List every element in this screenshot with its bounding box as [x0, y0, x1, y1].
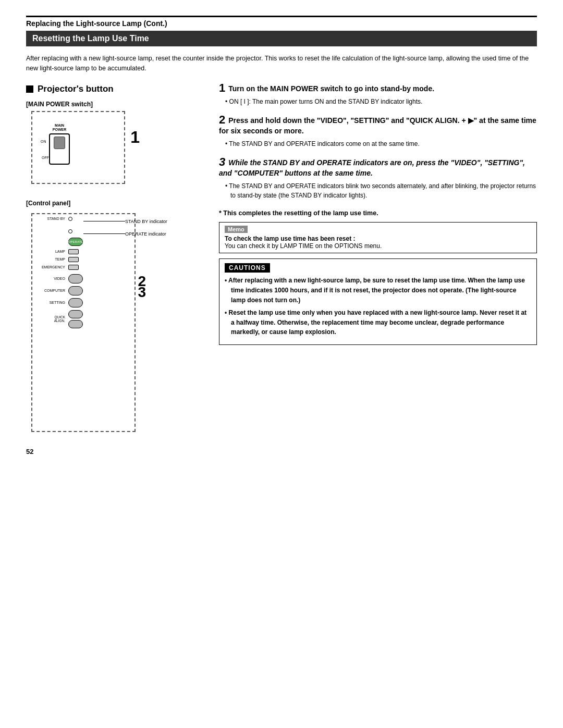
- cp-operate-dot: [68, 229, 72, 233]
- quick-align-button-2[interactable]: [68, 320, 83, 328]
- header-line: Replacing the Light-source Lamp (Cont.): [26, 16, 537, 28]
- lamp-indicator: [68, 249, 79, 254]
- page-number: 52: [26, 448, 537, 455]
- cautions-content: After replacing with a new light-source …: [225, 276, 531, 337]
- operate-indicator-label: OPERATE indicator: [125, 231, 166, 237]
- cp-temp-label: TEMP: [36, 257, 65, 261]
- setting-button[interactable]: [68, 298, 83, 307]
- right-column: 1 Turn on the MAIN POWER switch to go in…: [219, 84, 537, 351]
- step-2-number: 2: [219, 116, 225, 126]
- quick-align-button-1[interactable]: [68, 310, 83, 318]
- cautions-box: CAUTIONS After replacing with a new ligh…: [219, 258, 537, 345]
- memo-detail: You can check it by LAMP TIME on the OPT…: [225, 242, 382, 250]
- cp-standby-dot: [68, 217, 72, 221]
- step-number-diagram-3: 3: [138, 285, 146, 300]
- projector-heading: Projector's button: [26, 84, 203, 94]
- step-3-detail: The STAND BY and OPERATE indicators blin…: [225, 181, 537, 200]
- step-2-detail: The STAND BY and OPERATE indicators come…: [225, 139, 537, 149]
- power-switch-diagram: MAINPOWER ON OFF 1: [31, 111, 125, 184]
- power-label-small: MAINPOWER: [53, 124, 66, 131]
- switch-on-label: ON: [41, 140, 46, 143]
- completion-note: * This completes the resetting of the la…: [219, 209, 537, 217]
- stand-by-indicator-label: STAND BY indicator: [125, 219, 167, 224]
- step-2-block: 2 Press and hold down the "VIDEO", "SETT…: [219, 116, 537, 149]
- step-1-block: 1 Turn on the MAIN POWER switch to go in…: [219, 84, 537, 107]
- section-title-bar: Resetting the Lamp Use Time: [26, 31, 537, 46]
- header-title: Replacing the Light-source Lamp (Cont.): [26, 19, 167, 28]
- computer-button[interactable]: [68, 286, 83, 295]
- step-3-number: 3: [219, 158, 225, 168]
- cautions-label: CAUTIONS: [225, 263, 270, 273]
- emergency-indicator: [68, 265, 79, 270]
- step-3-block: 3 While the STAND BY and OPERATE indicat…: [219, 158, 537, 200]
- step-1-title: Turn on the MAIN POWER switch to go into…: [228, 84, 434, 93]
- control-panel-diagram: STAND BY STAND BY indicator: [31, 213, 136, 432]
- cp-emergency-label: EMERGENCY: [36, 265, 65, 269]
- memo-box: Memo To check the lamp use time has been…: [219, 222, 537, 253]
- video-button[interactable]: [68, 274, 83, 283]
- temp-indicator: [68, 257, 79, 262]
- step-1-number: 1: [219, 84, 225, 94]
- control-panel-label: [Control panel]: [26, 200, 203, 207]
- operate-button[interactable]: OPERATE: [68, 238, 83, 246]
- step-2-title: Press and hold down the "VIDEO", "SETTIN…: [219, 116, 536, 135]
- memo-title: To check the lamp use time has been rese…: [225, 235, 356, 242]
- switch-body: ON OFF: [49, 133, 70, 165]
- caution-1: After replacing with a new light-source …: [225, 276, 531, 305]
- left-column: Projector's button [MAIN POWER switch] M…: [26, 84, 203, 432]
- switch-toggle: [54, 137, 65, 149]
- intro-text: After replacing with a new light-source …: [26, 54, 537, 73]
- caution-2: Reset the lamp use time only when you ha…: [225, 308, 531, 337]
- cp-setting-label: SETTING: [36, 301, 65, 304]
- black-square-icon: [26, 85, 33, 93]
- memo-label: Memo: [225, 226, 248, 233]
- step-3-title: While the STAND BY and OPERATE indicator…: [219, 158, 525, 177]
- main-power-label: [MAIN POWER switch]: [26, 101, 203, 108]
- cp-standby-label: STAND BY: [36, 217, 65, 220]
- cp-computer-label: COMPUTER: [36, 289, 65, 292]
- cp-video-label: VIDEO: [36, 277, 65, 280]
- cp-quick-align-label: QUICKALIGN.: [36, 315, 65, 323]
- cp-lamp-label: LAMP: [36, 250, 65, 253]
- step-1-detail: ON [ I ]: The main power turns ON and th…: [225, 97, 537, 106]
- switch-off-label: OFF: [42, 156, 49, 159]
- step-number-diagram-1: 1: [130, 128, 140, 147]
